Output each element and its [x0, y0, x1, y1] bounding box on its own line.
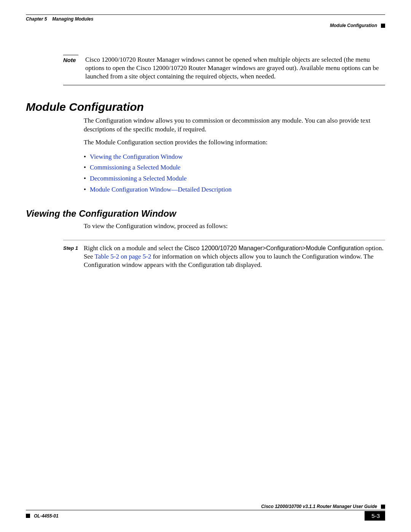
bullet-icon: • — [84, 173, 86, 184]
view-intro: To view the Configuration window, procee… — [84, 222, 385, 230]
note-block: Note Cisco 12000/10720 Router Manager wi… — [63, 55, 385, 85]
step-block: Step 1 Right click on a module and selec… — [63, 240, 385, 270]
note-row: Note Cisco 12000/10720 Router Manager wi… — [63, 55, 385, 85]
chapter-label: Chapter 5 — [26, 16, 47, 22]
step-text: Right click on a module and select the C… — [84, 244, 385, 270]
link-viewing-config[interactable]: Viewing the Configuration Window — [90, 152, 183, 163]
link-list: • Viewing the Configuration Window • Com… — [84, 152, 385, 196]
header-right-row: Module Configuration — [26, 23, 385, 28]
link-table-xref[interactable]: Table 5-2 on page 5-2 — [95, 253, 151, 260]
footer-docnum: OL-4455-01 — [34, 513, 59, 519]
content: Note Cisco 12000/10720 Router Manager wi… — [26, 55, 385, 270]
intro-para-2: The Module Configuration section provide… — [84, 138, 385, 147]
note-label: Note — [63, 55, 78, 63]
footer: Cisco 12000/10700 v3.1.1 Router Manager … — [26, 504, 385, 521]
bullet-item: • Module Configuration Window—Detailed D… — [84, 184, 385, 195]
note-text: Cisco 12000/10720 Router Manager windows… — [85, 55, 385, 80]
step-row: Step 1 Right click on a module and selec… — [63, 244, 385, 270]
bullet-icon: • — [84, 184, 86, 195]
link-decommissioning[interactable]: Decommissioning a Selected Module — [90, 173, 186, 184]
page: Chapter 5 Managing Modules Module Config… — [0, 0, 411, 532]
ui-path: Cisco 12000/10720 Manager>Configuration>… — [184, 245, 363, 251]
heading-module-configuration: Module Configuration — [26, 101, 385, 113]
bullet-icon: • — [84, 162, 86, 173]
bullet-item: • Decommissioning a Selected Module — [84, 173, 385, 184]
header-row: Chapter 5 Managing Modules — [26, 16, 385, 22]
link-commissioning[interactable]: Commissioning a Selected Module — [90, 162, 180, 173]
footer-rule — [26, 510, 385, 510]
footer-square-icon — [381, 505, 385, 509]
bullet-item: • Viewing the Configuration Window — [84, 152, 385, 163]
header-left: Chapter 5 Managing Modules — [26, 16, 93, 22]
bullet-item: • Commissioning a Selected Module — [84, 162, 385, 173]
chapter-title: Managing Modules — [52, 16, 93, 22]
footer-left: OL-4455-01 — [26, 513, 59, 519]
footer-square-icon — [26, 514, 30, 518]
heading-viewing-config: Viewing the Configuration Window — [26, 208, 385, 219]
bullet-icon: • — [84, 152, 86, 163]
header-square-icon — [381, 24, 385, 28]
step-pre: Right click on a module and select the — [84, 244, 184, 252]
footer-top-row: Cisco 12000/10700 v3.1.1 Router Manager … — [26, 504, 385, 509]
header-section: Module Configuration — [330, 23, 377, 28]
step-label: Step 1 — [63, 244, 78, 251]
link-detailed-description[interactable]: Module Configuration Window—Detailed Des… — [90, 184, 231, 195]
footer-bottom-row: OL-4455-01 5-3 — [26, 511, 385, 521]
header-rule — [26, 14, 385, 15]
footer-guide: Cisco 12000/10700 v3.1.1 Router Manager … — [261, 504, 377, 509]
intro-para-1: The Configuration window allows you to c… — [84, 117, 385, 134]
page-number: 5-3 — [365, 511, 385, 521]
